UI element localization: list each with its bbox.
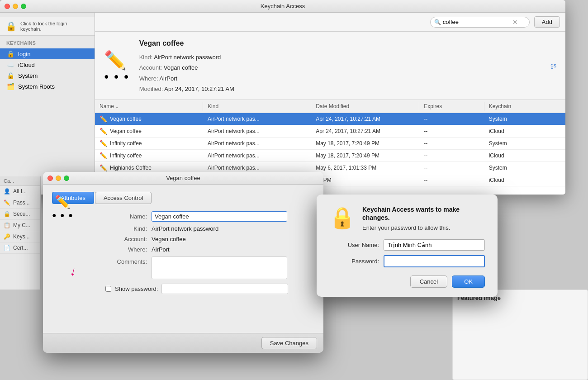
vegan-titlebar: Vegan coffee <box>43 172 323 185</box>
system-icon: 🔒 <box>6 72 14 79</box>
main-window: Keychain Access 🔒 Click to lock the logi… <box>0 0 565 195</box>
secu-icon: 🔒 <box>4 211 10 217</box>
table-row[interactable]: ✏️ Infinity coffee AirPort network pas..… <box>95 138 565 150</box>
sidebar-partial: Ca... 👤 All I... ✏️ Pass... 🔒 Secu... 📋 … <box>0 176 41 290</box>
save-changes-button[interactable]: Save Changes <box>261 337 317 349</box>
table-row[interactable]: ✏️ Infinity coffee AirPort network pas..… <box>95 150 565 162</box>
systemroots-icon: 🗂️ <box>6 83 14 90</box>
auth-password-input[interactable] <box>384 255 485 267</box>
search-input[interactable] <box>443 19 511 25</box>
sidebar-item-systemroots[interactable]: 🗂️ System Roots <box>0 81 95 92</box>
name-input[interactable] <box>152 211 287 222</box>
password-display-input[interactable] <box>161 284 288 294</box>
comments-textarea[interactable] <box>152 256 287 279</box>
keys-icon: 🔑 <box>4 233 10 240</box>
minimize-button[interactable] <box>13 4 18 9</box>
tab-access-control[interactable]: Access Control <box>95 192 152 204</box>
sidebar-partial-item-0[interactable]: 👤 All I... <box>0 186 40 197</box>
detail-icon-area: ✏️ ● ● ● <box>104 50 130 81</box>
cert-icon: 📄 <box>4 245 10 251</box>
detail-right-link[interactable]: gs <box>550 62 556 69</box>
vegan-bottom-bar: Save Changes <box>43 333 323 353</box>
td-expires-1: -- <box>419 126 484 137</box>
row-icon-3: ✏️ <box>100 152 107 159</box>
main-lock-icon[interactable]: 🔒 <box>5 21 17 32</box>
vegan-pencil-area: ✏️ ● ● ● <box>52 195 74 219</box>
td-date-0: Apr 24, 2017, 10:27:21 AM <box>311 114 419 124</box>
detail-where-row: Where: AirPort <box>139 73 234 84</box>
auth-ok-button[interactable]: OK <box>452 276 485 288</box>
where-value: AirPort <box>152 246 314 253</box>
td-kind-3: AirPort network pas... <box>203 150 311 161</box>
th-expires[interactable]: Expires <box>419 102 484 111</box>
td-keychain-1: iCloud <box>484 126 565 137</box>
th-date-modified[interactable]: Date Modified <box>311 102 419 111</box>
th-name[interactable]: Name ⌄ <box>95 102 203 111</box>
detail-modified-row: Modified: Apr 24, 2017, 10:27:21 AM <box>139 84 234 94</box>
comments-label: Comments: <box>97 258 147 265</box>
detail-panel: 🔍 ✕ Add ✏️ ● ● ● Vegan coffee Kind: AirP… <box>95 13 565 195</box>
login-icon: 🔒 <box>6 50 14 57</box>
row-icon-4: ✏️ <box>100 164 107 171</box>
sidebar-label-system: System <box>18 72 38 79</box>
main-window-title: Keychain Access <box>261 3 305 10</box>
td-date-1: Apr 24, 2017, 10:27:21 AM <box>311 126 419 137</box>
td-kind-0: AirPort network pas... <box>203 114 311 124</box>
table-row[interactable]: ✏️ Vegan coffee AirPort network pas... A… <box>95 125 565 138</box>
td-kind-2: AirPort network pas... <box>203 138 311 149</box>
td-expires-3: -- <box>419 150 484 161</box>
pencil-dots: ● ● ● <box>104 72 130 81</box>
td-keychain-2: System <box>484 138 565 149</box>
sidebar-partial-item-2[interactable]: 🔒 Secu... <box>0 209 40 220</box>
auth-cancel-button[interactable]: Cancel <box>410 276 447 288</box>
td-keychain-5: iCloud <box>484 175 565 185</box>
search-clear-icon[interactable]: ✕ <box>512 19 518 26</box>
vegan-dialog: Vegan coffee ✏️ ● ● ● Attributes Access … <box>43 172 323 353</box>
vegan-form: Name: Kind: AirPort network password Acc… <box>97 211 314 279</box>
sidebar-label-icloud: iCloud <box>18 62 35 68</box>
sidebar-item-icloud[interactable]: ☁️ iCloud <box>0 59 95 70</box>
close-button[interactable] <box>5 4 10 9</box>
name-label: Name: <box>97 213 147 220</box>
td-name-0: ✏️ Vegan coffee <box>95 113 203 125</box>
vegan-dialog-title: Vegan coffee <box>166 175 200 181</box>
vegan-minimize-button[interactable] <box>56 176 61 181</box>
sidebar-partial-ca-label: Ca... <box>0 176 40 186</box>
auth-lock-icon-area: 🔒 <box>329 205 355 230</box>
show-password-checkbox[interactable] <box>105 286 111 292</box>
all-icon: 👤 <box>4 188 10 195</box>
auth-subtitle: Enter your password to allow this. <box>362 224 485 231</box>
table-header: Name ⌄ Kind Date Modified Expires Keycha… <box>95 100 565 113</box>
sidebar-partial-item-5[interactable]: 📄 Cert... <box>0 242 40 254</box>
sidebar-partial-item-4[interactable]: 🔑 Keys... <box>0 231 40 242</box>
sidebar-item-system[interactable]: 🔒 System <box>0 70 95 81</box>
detail-name: Vegan coffee <box>139 37 234 50</box>
detail-info-panel: ✏️ ● ● ● Vegan coffee Kind: AirPort netw… <box>95 32 565 100</box>
search-bar[interactable]: 🔍 ✕ <box>430 17 530 28</box>
vegan-close-button[interactable] <box>47 176 53 181</box>
sidebar-partial-item-3[interactable]: 📋 My C... <box>0 220 40 231</box>
sidebar-item-login[interactable]: 🔒 login <box>0 48 95 59</box>
main-titlebar: Keychain Access <box>0 0 565 13</box>
th-kind[interactable]: Kind <box>203 102 311 111</box>
sidebar-partial-item-1[interactable]: ✏️ Pass... <box>0 197 40 209</box>
row-icon-1: ✏️ <box>100 128 107 135</box>
maximize-button[interactable] <box>21 4 26 9</box>
myc-icon: 📋 <box>4 222 10 228</box>
auth-username-input[interactable] <box>384 239 485 251</box>
auth-top: 🔒 Keychain Access wants to make changes.… <box>329 205 485 231</box>
show-password-area: ↓ Show password: <box>102 284 314 294</box>
td-expires-2: -- <box>419 138 484 149</box>
show-password-label[interactable]: Show password: <box>115 285 158 292</box>
sidebar-label-systemroots: System Roots <box>18 83 55 90</box>
vegan-traffic-lights <box>47 176 69 181</box>
auth-dialog: 🔒 Keychain Access wants to make changes.… <box>317 195 498 297</box>
sidebar-label-login: login <box>18 51 30 57</box>
traffic-lights-main <box>5 4 26 9</box>
td-name-2: ✏️ Infinity coffee <box>95 138 203 149</box>
th-keychain[interactable]: Keychain <box>484 102 565 111</box>
vegan-maximize-button[interactable] <box>64 176 69 181</box>
table-row[interactable]: ✏️ Vegan coffee AirPort network pas... A… <box>95 113 565 125</box>
add-button[interactable]: Add <box>534 16 560 28</box>
auth-buttons: Cancel OK <box>329 276 485 288</box>
